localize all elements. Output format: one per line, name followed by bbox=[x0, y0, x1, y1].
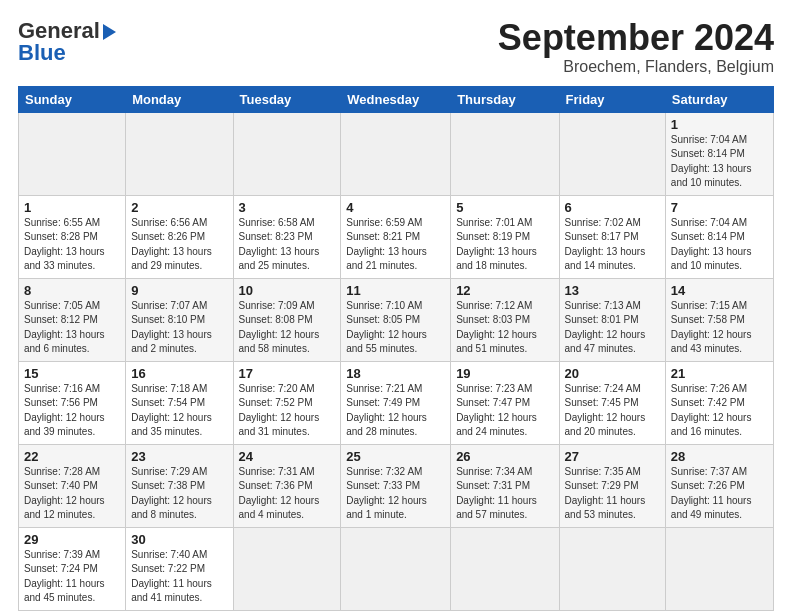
day-number: 30 bbox=[131, 532, 227, 547]
day-detail: Sunrise: 7:20 AMSunset: 7:52 PMDaylight:… bbox=[239, 382, 336, 440]
calendar-week-row: 1Sunrise: 7:04 AMSunset: 8:14 PMDaylight… bbox=[19, 112, 774, 195]
col-header-friday: Friday bbox=[559, 86, 665, 112]
calendar-cell: 25Sunrise: 7:32 AMSunset: 7:33 PMDayligh… bbox=[341, 444, 451, 527]
day-detail: Sunrise: 7:18 AMSunset: 7:54 PMDaylight:… bbox=[131, 382, 227, 440]
day-number: 9 bbox=[131, 283, 227, 298]
col-header-wednesday: Wednesday bbox=[341, 86, 451, 112]
calendar-cell bbox=[233, 527, 341, 610]
day-number: 20 bbox=[565, 366, 660, 381]
day-number: 15 bbox=[24, 366, 120, 381]
calendar-cell: 8Sunrise: 7:05 AMSunset: 8:12 PMDaylight… bbox=[19, 278, 126, 361]
day-number: 19 bbox=[456, 366, 553, 381]
calendar-cell: 5Sunrise: 7:01 AMSunset: 8:19 PMDaylight… bbox=[451, 195, 559, 278]
calendar-body: 1Sunrise: 7:04 AMSunset: 8:14 PMDaylight… bbox=[19, 112, 774, 610]
calendar-cell: 4Sunrise: 6:59 AMSunset: 8:21 PMDaylight… bbox=[341, 195, 451, 278]
day-number: 4 bbox=[346, 200, 445, 215]
day-number: 13 bbox=[565, 283, 660, 298]
page-subtitle: Broechem, Flanders, Belgium bbox=[498, 58, 774, 76]
day-detail: Sunrise: 7:34 AMSunset: 7:31 PMDaylight:… bbox=[456, 465, 553, 523]
day-detail: Sunrise: 6:58 AMSunset: 8:23 PMDaylight:… bbox=[239, 216, 336, 274]
page-header: General Blue September 2024 Broechem, Fl… bbox=[18, 18, 774, 76]
day-detail: Sunrise: 6:55 AMSunset: 8:28 PMDaylight:… bbox=[24, 216, 120, 274]
logo-arrow-icon bbox=[103, 24, 116, 40]
day-detail: Sunrise: 6:59 AMSunset: 8:21 PMDaylight:… bbox=[346, 216, 445, 274]
calendar-cell: 24Sunrise: 7:31 AMSunset: 7:36 PMDayligh… bbox=[233, 444, 341, 527]
day-number: 12 bbox=[456, 283, 553, 298]
calendar-cell bbox=[559, 527, 665, 610]
day-number: 16 bbox=[131, 366, 227, 381]
title-block: September 2024 Broechem, Flanders, Belgi… bbox=[498, 18, 774, 76]
page-title: September 2024 bbox=[498, 18, 774, 58]
day-number: 5 bbox=[456, 200, 553, 215]
calendar-cell: 1Sunrise: 7:04 AMSunset: 8:14 PMDaylight… bbox=[665, 112, 773, 195]
day-detail: Sunrise: 7:40 AMSunset: 7:22 PMDaylight:… bbox=[131, 548, 227, 606]
day-number: 24 bbox=[239, 449, 336, 464]
day-number: 22 bbox=[24, 449, 120, 464]
col-header-saturday: Saturday bbox=[665, 86, 773, 112]
logo-text-blue: Blue bbox=[18, 40, 66, 66]
day-number: 27 bbox=[565, 449, 660, 464]
calendar-cell: 7Sunrise: 7:04 AMSunset: 8:14 PMDaylight… bbox=[665, 195, 773, 278]
calendar-cell bbox=[19, 112, 126, 195]
day-detail: Sunrise: 7:21 AMSunset: 7:49 PMDaylight:… bbox=[346, 382, 445, 440]
calendar-cell: 19Sunrise: 7:23 AMSunset: 7:47 PMDayligh… bbox=[451, 361, 559, 444]
day-detail: Sunrise: 7:39 AMSunset: 7:24 PMDaylight:… bbox=[24, 548, 120, 606]
day-number: 18 bbox=[346, 366, 445, 381]
calendar-week-row: 1Sunrise: 6:55 AMSunset: 8:28 PMDaylight… bbox=[19, 195, 774, 278]
calendar-cell: 16Sunrise: 7:18 AMSunset: 7:54 PMDayligh… bbox=[126, 361, 233, 444]
calendar-cell: 12Sunrise: 7:12 AMSunset: 8:03 PMDayligh… bbox=[451, 278, 559, 361]
day-number: 2 bbox=[131, 200, 227, 215]
calendar-cell bbox=[341, 527, 451, 610]
day-detail: Sunrise: 7:04 AMSunset: 8:14 PMDaylight:… bbox=[671, 216, 768, 274]
day-number: 29 bbox=[24, 532, 120, 547]
calendar-cell bbox=[126, 112, 233, 195]
calendar-cell: 14Sunrise: 7:15 AMSunset: 7:58 PMDayligh… bbox=[665, 278, 773, 361]
day-detail: Sunrise: 7:28 AMSunset: 7:40 PMDaylight:… bbox=[24, 465, 120, 523]
day-detail: Sunrise: 7:24 AMSunset: 7:45 PMDaylight:… bbox=[565, 382, 660, 440]
day-number: 11 bbox=[346, 283, 445, 298]
calendar-cell bbox=[341, 112, 451, 195]
day-detail: Sunrise: 7:09 AMSunset: 8:08 PMDaylight:… bbox=[239, 299, 336, 357]
calendar-week-row: 8Sunrise: 7:05 AMSunset: 8:12 PMDaylight… bbox=[19, 278, 774, 361]
day-number: 23 bbox=[131, 449, 227, 464]
calendar-cell: 2Sunrise: 6:56 AMSunset: 8:26 PMDaylight… bbox=[126, 195, 233, 278]
col-header-tuesday: Tuesday bbox=[233, 86, 341, 112]
calendar-week-row: 29Sunrise: 7:39 AMSunset: 7:24 PMDayligh… bbox=[19, 527, 774, 610]
calendar-cell: 13Sunrise: 7:13 AMSunset: 8:01 PMDayligh… bbox=[559, 278, 665, 361]
day-detail: Sunrise: 7:13 AMSunset: 8:01 PMDaylight:… bbox=[565, 299, 660, 357]
calendar-cell bbox=[665, 527, 773, 610]
day-number: 1 bbox=[671, 117, 768, 132]
calendar-cell: 10Sunrise: 7:09 AMSunset: 8:08 PMDayligh… bbox=[233, 278, 341, 361]
day-detail: Sunrise: 6:56 AMSunset: 8:26 PMDaylight:… bbox=[131, 216, 227, 274]
calendar-cell: 27Sunrise: 7:35 AMSunset: 7:29 PMDayligh… bbox=[559, 444, 665, 527]
calendar-cell bbox=[451, 527, 559, 610]
day-number: 10 bbox=[239, 283, 336, 298]
day-number: 7 bbox=[671, 200, 768, 215]
calendar-cell: 15Sunrise: 7:16 AMSunset: 7:56 PMDayligh… bbox=[19, 361, 126, 444]
calendar-cell: 1Sunrise: 6:55 AMSunset: 8:28 PMDaylight… bbox=[19, 195, 126, 278]
day-number: 14 bbox=[671, 283, 768, 298]
calendar-cell bbox=[233, 112, 341, 195]
calendar-week-row: 15Sunrise: 7:16 AMSunset: 7:56 PMDayligh… bbox=[19, 361, 774, 444]
day-detail: Sunrise: 7:04 AMSunset: 8:14 PMDaylight:… bbox=[671, 133, 768, 191]
col-header-monday: Monday bbox=[126, 86, 233, 112]
calendar-cell: 20Sunrise: 7:24 AMSunset: 7:45 PMDayligh… bbox=[559, 361, 665, 444]
day-detail: Sunrise: 7:35 AMSunset: 7:29 PMDaylight:… bbox=[565, 465, 660, 523]
day-number: 1 bbox=[24, 200, 120, 215]
calendar-cell: 22Sunrise: 7:28 AMSunset: 7:40 PMDayligh… bbox=[19, 444, 126, 527]
day-detail: Sunrise: 7:10 AMSunset: 8:05 PMDaylight:… bbox=[346, 299, 445, 357]
day-number: 28 bbox=[671, 449, 768, 464]
day-detail: Sunrise: 7:26 AMSunset: 7:42 PMDaylight:… bbox=[671, 382, 768, 440]
calendar-cell: 30Sunrise: 7:40 AMSunset: 7:22 PMDayligh… bbox=[126, 527, 233, 610]
day-detail: Sunrise: 7:16 AMSunset: 7:56 PMDaylight:… bbox=[24, 382, 120, 440]
day-detail: Sunrise: 7:12 AMSunset: 8:03 PMDaylight:… bbox=[456, 299, 553, 357]
day-number: 21 bbox=[671, 366, 768, 381]
day-detail: Sunrise: 7:29 AMSunset: 7:38 PMDaylight:… bbox=[131, 465, 227, 523]
col-header-sunday: Sunday bbox=[19, 86, 126, 112]
day-detail: Sunrise: 7:37 AMSunset: 7:26 PMDaylight:… bbox=[671, 465, 768, 523]
logo: General Blue bbox=[18, 18, 116, 66]
calendar-cell: 6Sunrise: 7:02 AMSunset: 8:17 PMDaylight… bbox=[559, 195, 665, 278]
calendar-cell: 29Sunrise: 7:39 AMSunset: 7:24 PMDayligh… bbox=[19, 527, 126, 610]
calendar-cell: 11Sunrise: 7:10 AMSunset: 8:05 PMDayligh… bbox=[341, 278, 451, 361]
day-detail: Sunrise: 7:32 AMSunset: 7:33 PMDaylight:… bbox=[346, 465, 445, 523]
